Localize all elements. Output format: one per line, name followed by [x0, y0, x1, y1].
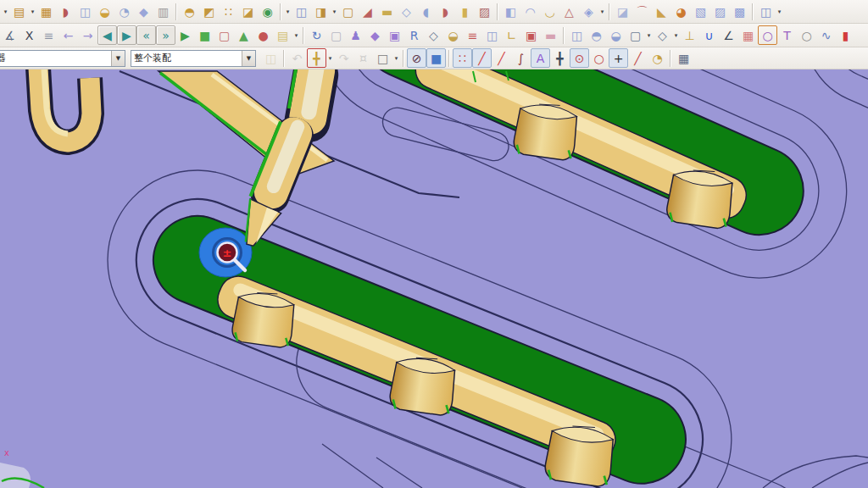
subtract-slabs-icon[interactable]: ◓ [587, 25, 606, 45]
surface-dropdown-arrow[interactable]: ▾ [284, 3, 292, 20]
sew-icon[interactable]: ◫ [292, 2, 311, 21]
copy-stack-icon[interactable]: ≡ [39, 25, 58, 45]
style-sweep-dropdown-arrow[interactable]: ▾ [776, 3, 783, 20]
intersection-point-icon[interactable]: + [609, 48, 628, 68]
wireframe-view-icon[interactable]: ▢ [214, 25, 234, 45]
through-curves-icon[interactable]: ▤ [9, 2, 29, 21]
feature-dropdown-arrow[interactable]: ▾ [2, 3, 9, 20]
arc-center-icon[interactable]: ⊙ [570, 48, 589, 68]
facet-body-icon[interactable]: ◈ [579, 2, 598, 21]
bend-surface-icon[interactable]: ◕ [671, 2, 691, 21]
intersect-icon[interactable]: ◒ [606, 25, 626, 45]
datum-pawn-icon[interactable]: ♟ [346, 25, 365, 45]
point-dialog-icon-arrow[interactable]: ▾ [326, 49, 334, 67]
drop-to-tray-icon[interactable]: ◒ [443, 25, 463, 45]
text-tool-icon[interactable]: T [777, 25, 797, 45]
flatten-icon[interactable]: ◡ [540, 2, 559, 21]
join-face-icon[interactable]: ◉ [258, 2, 277, 21]
polygon-tool-icon-group[interactable]: ◇▾ [653, 25, 680, 45]
snap-magnet-icon[interactable]: ¤ [353, 48, 373, 68]
selection-bar[interactable]: 器 ▼ 整个装配 ▼ ◫↶╋▾↷¤□▾⊘■∷╱╱∫A╋⊙○+╱◔▦ [0, 47, 868, 69]
cut-face-icon[interactable]: ▮ [455, 2, 475, 21]
extract-curve-icon[interactable]: ⌒ [632, 2, 652, 21]
point-on-line-icon[interactable]: ╱ [628, 48, 648, 68]
measure-angle-icon[interactable]: ∡ [0, 25, 19, 45]
stair-steps-icon[interactable]: ∟ [502, 25, 521, 45]
cube-in-frame-icon[interactable]: ▣ [521, 25, 541, 45]
point-dialog-icon[interactable]: ╋ [307, 48, 326, 68]
move-object-icon[interactable]: ● [253, 25, 273, 45]
tangent-arc-icon[interactable]: ◔ [648, 48, 667, 68]
u-channel-icon[interactable]: ∪ [699, 25, 719, 45]
pattern-points-icon[interactable]: ∷ [219, 2, 238, 21]
freeform-ruled-icon[interactable]: ▧ [691, 2, 710, 21]
snap-knot-icon[interactable]: ∫ [511, 48, 531, 68]
draft-icon[interactable]: △ [559, 2, 579, 21]
shaded-face-icon[interactable]: ■ [195, 25, 214, 45]
select-rect-icon[interactable]: □ [373, 48, 392, 68]
view-prev-icon[interactable]: ◀ [97, 25, 117, 45]
selection-bar-icons[interactable]: ◫↶╋▾↷¤□▾⊘■∷╱╱∫A╋⊙○+╱◔▦ [261, 48, 693, 68]
tray-emboss-icon[interactable]: ◩ [199, 2, 219, 21]
delete-face-icon[interactable]: ▢ [338, 2, 358, 21]
view-last-icon[interactable]: » [156, 25, 175, 45]
emboss-body-icon[interactable]: ◆ [134, 2, 153, 21]
toolbar-standard[interactable]: ∡X≡←→◀▶«»▶■▢▲●▤▾↻▢♟◆▣R◇◒≡◫∟▣▬◫◓◒▢▾◇▾⊥∪∠▦… [0, 24, 868, 47]
point-on-curve-icon[interactable]: A [531, 48, 550, 68]
select-rect-icon-group[interactable]: □▾ [373, 48, 400, 68]
undo-arrow-icon[interactable]: ← [58, 25, 78, 45]
shaded-cube-icon[interactable]: ■ [426, 48, 446, 68]
patch-icon[interactable]: ◨ [311, 2, 331, 21]
through-curves-dropdown-arrow[interactable]: ▾ [29, 3, 36, 20]
measure-cube-icon[interactable]: ◫ [482, 25, 502, 45]
spotlight-icon[interactable]: ▲ [234, 25, 253, 45]
boxed-cube-icon[interactable]: ▣ [385, 25, 404, 45]
freeform-grid-icon[interactable]: ▩ [730, 2, 749, 21]
move-face-icon[interactable]: ◖ [416, 2, 436, 21]
red-edge-icon[interactable]: ▮ [836, 25, 855, 45]
column-icon[interactable]: ▥ [153, 2, 173, 21]
snap-point-types-icon[interactable]: ∷ [453, 48, 472, 68]
type-filter-dropdown-arrow[interactable]: ▼ [111, 51, 125, 66]
snap-pole-icon[interactable]: ╋ [550, 48, 570, 68]
sector-icon[interactable]: ◔ [114, 2, 134, 21]
ghost-copy-icon[interactable]: ▢ [326, 25, 346, 45]
polygon-tool-icon[interactable]: ◇ [653, 25, 672, 45]
wire-diamond-icon[interactable]: ◇ [424, 25, 443, 45]
play-study-icon[interactable]: ▶ [175, 25, 195, 45]
keyboard-icon[interactable]: ▦ [674, 48, 693, 68]
snap-pair-icon[interactable]: ◫ [261, 48, 281, 68]
patch-opening-icon[interactable]: ▨ [475, 2, 494, 21]
sheet-bend-icon[interactable]: ◠ [520, 2, 540, 21]
rect-tool-icon[interactable]: ▢ [626, 25, 645, 45]
toolbar-modeling[interactable]: ▾▤▾▦◗◫◒◔◆▥◓◩∷◪◉▾◫◨▾▢◢▬◇◖◗▮▨◧◠◡△◈▾◪⌒◣◕▧▨▩… [0, 0, 868, 24]
selection-scope-combo[interactable]: 整个装配 ▼ [131, 50, 256, 67]
facet-dropdown-arrow[interactable]: ▾ [598, 3, 606, 20]
base-csys-icon[interactable]: ◆ [365, 25, 385, 45]
measure-distance-icon[interactable]: X [19, 25, 39, 45]
through-curve-mesh-icon[interactable]: ▦ [36, 2, 56, 21]
type-filter-combo[interactable]: 器 ▼ [0, 50, 125, 67]
view-first-icon[interactable]: « [136, 25, 156, 45]
viewport-3d[interactable]: x ± [0, 69, 868, 488]
file-dropdown-arrow[interactable]: ▾ [292, 26, 300, 44]
layer-stack-icon[interactable]: ≡ [463, 25, 482, 45]
slab-icon[interactable]: ◣ [652, 2, 671, 21]
highlight-sphere-icon[interactable]: ⊘ [407, 48, 426, 68]
selection-scope-dropdown-arrow[interactable]: ▼ [242, 51, 255, 66]
clamp-jack-icon[interactable]: ⊥ [680, 25, 699, 45]
csys-axes-icon[interactable]: ∠ [719, 25, 738, 45]
patch-dropdown-arrow[interactable]: ▾ [331, 3, 338, 20]
replace-face-icon[interactable]: ◢ [358, 2, 377, 21]
style-sweep-icon[interactable]: ◫ [756, 2, 776, 21]
snap-rotate-icon[interactable]: ↷ [334, 48, 353, 68]
helix-hook-icon[interactable]: ∿ [816, 25, 836, 45]
boss-icon[interactable]: ◒ [95, 2, 114, 21]
resize-face-icon[interactable]: ▬ [377, 2, 397, 21]
snap-curve-icon[interactable]: ↶ [287, 48, 307, 68]
pink-slab-icon[interactable]: ▬ [541, 25, 560, 45]
redo-arrow-icon[interactable]: → [78, 25, 97, 45]
raise-boss-icon[interactable]: ◓ [180, 2, 199, 21]
pull-face-icon[interactable]: ◗ [436, 2, 455, 21]
circle-tool-icon[interactable]: ○ [797, 25, 816, 45]
